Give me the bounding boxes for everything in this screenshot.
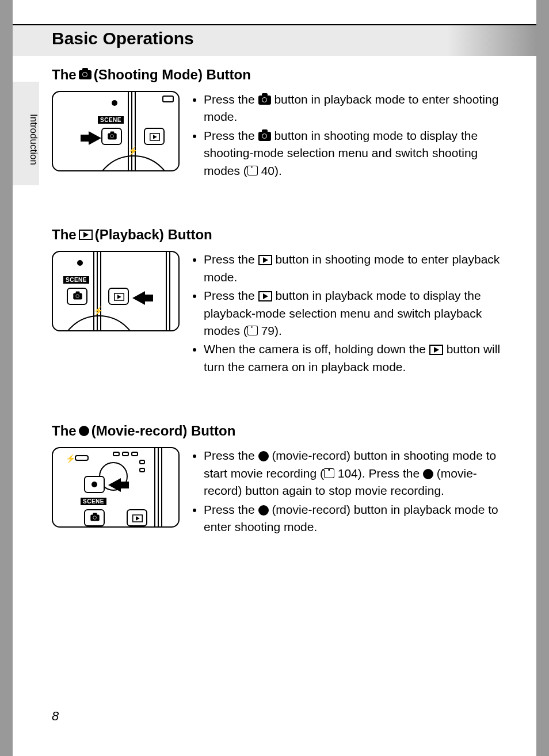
section-playback: The (Playback) Button SCENE ⚡: [52, 227, 512, 377]
page-title: Basic Operations: [52, 29, 194, 48]
movie-diagram: ⚡ SCENE: [52, 447, 180, 528]
page-ref-icon: [247, 167, 258, 175]
list-item: Press the (movie-record) button in shoot…: [204, 447, 512, 499]
section-movie-title: The (Movie-record) Button: [52, 423, 512, 439]
content-area: The (Shooting Mode) Button SCENE ⚡: [52, 67, 512, 571]
playback-icon: [114, 293, 124, 301]
scene-label: SCENE: [98, 116, 124, 124]
shooting-diagram: SCENE ⚡: [52, 91, 180, 171]
text: (Playback) Button: [95, 227, 212, 243]
playback-icon: [150, 133, 160, 141]
record-icon: [79, 426, 89, 436]
list-item: Press the button in shooting mode to dis…: [204, 127, 512, 180]
playback-icon: [79, 230, 93, 240]
playback-icon: [258, 255, 272, 265]
page-ref-icon: [324, 470, 334, 478]
section-playback-title: The (Playback) Button: [52, 227, 512, 243]
camera-icon: [73, 293, 82, 300]
section-header-bar: Basic Operations: [13, 24, 536, 56]
playback-icon: [258, 291, 272, 301]
playback-diagram: SCENE ⚡: [52, 251, 180, 331]
list-item: Press the (movie-record) button in playb…: [204, 501, 512, 536]
side-tab-label: Introduction: [28, 114, 39, 165]
text: The: [52, 67, 77, 83]
text: The: [52, 423, 77, 439]
page-ref-icon: [247, 327, 258, 335]
section-movie: The (Movie-record) Button ⚡: [52, 423, 512, 537]
playback-icon: [132, 515, 143, 523]
scene-label: SCENE: [81, 498, 106, 505]
page-number: 8: [52, 709, 59, 724]
section-shooting: The (Shooting Mode) Button SCENE ⚡: [52, 67, 512, 181]
section-shooting-title: The (Shooting Mode) Button: [52, 67, 512, 83]
text: (Shooting Mode) Button: [94, 67, 251, 83]
camera-icon: [90, 515, 99, 521]
camera-icon: [258, 96, 271, 105]
manual-page: Basic Operations Introduction The (Shoot…: [13, 0, 536, 756]
record-icon: [258, 505, 269, 516]
camera-icon: [258, 132, 271, 141]
camera-icon: [108, 133, 116, 139]
shooting-bullets: Press the button in playback mode to ent…: [191, 91, 512, 181]
camera-icon: [79, 70, 92, 79]
scene-label: SCENE: [63, 276, 89, 284]
text: The: [52, 227, 77, 243]
record-icon: [258, 451, 269, 461]
record-icon: [423, 469, 433, 479]
list-item: Press the button in playback mode to ent…: [204, 91, 512, 126]
list-item: Press the button in playback mode to dis…: [204, 287, 512, 339]
list-item: When the camera is off, holding down the…: [204, 341, 512, 376]
text: (Movie-record) Button: [92, 423, 236, 439]
playback-icon: [429, 345, 443, 355]
list-item: Press the button in shooting mode to ent…: [204, 251, 512, 286]
playback-bullets: Press the button in shooting mode to ent…: [191, 251, 512, 377]
movie-bullets: Press the (movie-record) button in shoot…: [191, 447, 512, 537]
